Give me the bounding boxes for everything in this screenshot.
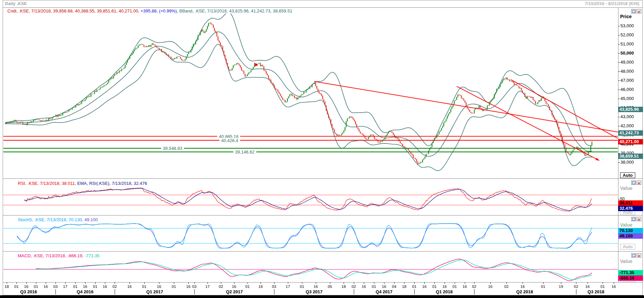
legend-segment: EMA, RSI(.KSE), 7/13/2018, 32.476 [77,181,147,186]
price-tick-label: 38,000 [620,160,634,165]
quarter-label: Q4 2017 [376,289,392,294]
date-tick-label: 16 [585,285,590,289]
restore-icon[interactable] [631,217,636,221]
date-tick-mark [588,282,588,284]
level-line-label: 39,146.62 [233,150,256,155]
quarter-separator [576,289,576,294]
date-tick-mark [274,282,274,284]
date-tick-mark [414,282,415,284]
date-tick-mark [129,282,130,284]
legend-segment: Cndl, .KSE, 7/13/2018, 39,856.68, 40,388… [7,8,141,13]
price-tick-label: 45,000 [620,96,634,101]
date-tick-label: 16 [103,285,107,289]
restore-icon[interactable] [631,180,636,185]
date-tick-label: 16 [232,285,236,289]
date-tick-label: 01 [601,285,605,289]
date-tick-mark [614,282,614,284]
date-tick-label: 01 [142,285,147,289]
date-tick-mark [144,282,145,284]
date-tick-mark [543,282,543,284]
indicator-badge: 32.476 [618,206,643,211]
price-tick-label: 46,000 [620,87,634,92]
date-tick-mark [95,282,96,284]
date-tick-label: 01 [300,285,304,289]
close-icon[interactable]: ✕ [637,217,641,221]
date-tick-mark [330,282,330,284]
stoch-axis-title: Value [620,222,633,228]
date-tick-mark [404,282,405,284]
quarter-label: Q3 2018 [588,289,604,294]
price-badge: 41,242.73 [618,130,643,136]
date-tick-label: 16 [362,285,366,289]
restore-icon[interactable] [631,253,636,258]
tick-mark [618,162,620,163]
date-tick-mark [115,282,115,284]
date-tick-label: 01 [14,285,19,289]
date-tick-label: 16 [157,285,161,289]
date-tick-mark [75,282,76,284]
quarter-separator [55,289,56,294]
price-tick-label: 50,000 [620,51,634,56]
restore-icon[interactable] [631,9,636,13]
date-tick-label: 01 [73,285,78,289]
date-tick-label: 01 [172,285,176,289]
close-icon[interactable]: ✕ [637,9,641,13]
price-tick-label: 42,000 [620,123,634,128]
indicator-badge: 38.011 [618,200,643,206]
date-tick-label: 05 [328,285,332,289]
legend-stoch: StochS, .KSE, 7/13/2018, 70.130, 49.100 [18,217,98,222]
date-tick-mark [434,282,435,284]
level-line-label: 39,548.83 [161,146,184,151]
quarter-separator [474,289,475,294]
date-tick-label: 02 [352,285,356,289]
pane-separator-stoch-macd[interactable] [3,251,643,252]
trend-line-arrowhead [596,158,599,161]
close-icon[interactable]: ✕ [637,180,641,185]
date-tick-mark [288,282,288,284]
quarter-label: Q1 2017 [146,289,163,294]
date-tick-label: 16 [521,285,525,289]
quarter-separator [115,289,115,294]
macd-pane [3,259,618,281]
date-tick-label: 16 [463,285,467,289]
legend-segment: -771.35 [85,253,100,258]
date-tick-label: 02 [574,285,578,289]
tick-mark [618,80,620,81]
price-tick-label: 47,000 [620,78,634,83]
price-tick: 42,000 [618,123,643,128]
price-badge: 38,659.51 [618,154,643,159]
rsi-pane [3,188,618,211]
tick-mark [618,26,620,26]
main-auto-button[interactable]: Auto [620,172,635,178]
date-tick-mark [316,282,316,284]
date-tick-mark [523,282,523,284]
price-tick-label: 49,000 [620,60,634,65]
date-tick-label: 17 [286,285,290,289]
date-tick-mark [344,282,344,284]
date-tick-label: 16 [44,285,48,289]
tick-mark [618,62,620,63]
candle-bodies-down [5,23,585,164]
main-price-pane [3,12,618,171]
legend-segment: +395.88, (+0.99%), [141,8,179,13]
trend-line-3[interactable] [511,79,618,138]
price-axis-title: Price [620,14,632,19]
price-tick-label: 53,000 [620,23,634,28]
date-tick-label: 17 [63,285,68,289]
candle-bodies-up [6,23,592,164]
date-tick-label: 02 [113,285,117,289]
price-tick: 53,000 [618,23,643,28]
tick-mark [618,99,620,99]
price-tick-label: 43,000 [620,114,634,119]
pane-separator-rsi-stoch[interactable] [3,215,643,216]
date-tick-mark [384,282,384,284]
stoch-auto-button[interactable]: Auto [620,244,635,250]
date-tick-label: 16 [382,285,386,289]
tick-mark [618,71,620,72]
date-tick-mark [7,282,7,284]
date-tick-mark [465,282,465,284]
pane-separator-main-rsi[interactable] [3,178,643,179]
close-icon[interactable]: ✕ [637,253,641,258]
indicator-badge: -866.19 [618,275,643,281]
date-tick-label: 03 [53,285,58,289]
